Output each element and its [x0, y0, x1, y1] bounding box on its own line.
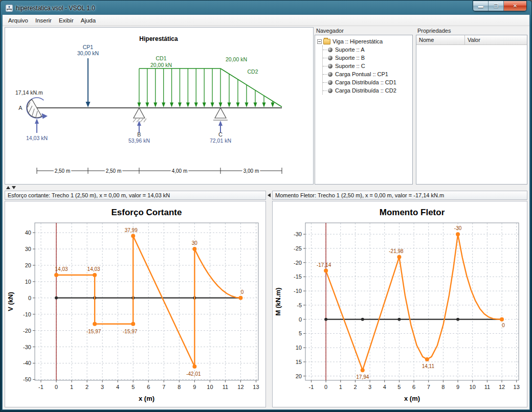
tree-item-label: Suporte :: B — [335, 55, 365, 61]
dist-load-arrowhead — [170, 103, 173, 108]
column-header-nome[interactable]: Nome — [416, 35, 465, 44]
folder-icon — [323, 39, 330, 44]
minimize-button[interactable]: ▬ — [473, 1, 489, 11]
vertical-splitter[interactable] — [266, 191, 272, 407]
y-tick-label: 30 — [25, 246, 31, 252]
x-tick-label: -1 — [309, 384, 314, 390]
splitter-up-icon[interactable] — [6, 186, 10, 189]
support-b[interactable] — [134, 108, 145, 118]
tree-item[interactable]: Suporte :: A — [323, 45, 411, 54]
tree-item-label: Suporte :: A — [335, 47, 364, 53]
beam-node-dot — [324, 318, 327, 321]
point-load-value: 30,00 kN — [77, 50, 99, 56]
horizontal-splitter[interactable] — [5, 185, 527, 191]
moment-chart-box: -1012345678910111213-30-25-20-15-10-5051… — [272, 201, 527, 407]
reaction-c-arrowhead — [218, 121, 223, 126]
column-header-valor[interactable]: Valor — [465, 35, 527, 44]
x-tick-label: 5 — [131, 384, 135, 390]
shear-chart: -1012345678910111213403020100-10-20-30-4… — [5, 201, 265, 406]
tree-connector — [323, 66, 327, 66]
dist-load-arrowhead — [145, 103, 149, 108]
element-icon — [328, 56, 332, 60]
moment-chart: -1012345678910111213-30-25-20-15-10-5051… — [273, 201, 527, 406]
close-button[interactable]: ✕ — [504, 1, 526, 11]
element-icon — [328, 88, 332, 93]
tree-connector — [323, 58, 327, 58]
tree-item-label: Carga Distribuída :: CD2 — [335, 87, 396, 94]
x-tick-label: 7 — [427, 384, 430, 390]
data-point — [500, 317, 504, 322]
titlebar[interactable]: hiperestatica.vsol - VSOL 1.0 ▬ ❐ ✕ — [2, 2, 530, 14]
data-point — [54, 273, 58, 277]
dist-load-arrowhead — [211, 103, 214, 108]
dist-load-2-value: 20,00 kN — [226, 56, 247, 62]
tree-connector — [323, 50, 327, 50]
x-axis-label: x (m) — [139, 395, 154, 402]
y-tick-label: 0 — [299, 316, 302, 323]
y-tick-label: -40 — [23, 360, 31, 366]
y-tick-label: -30 — [23, 344, 31, 350]
collapse-expander-icon[interactable] — [317, 39, 322, 44]
dist-load-1-value: 20,00 kN — [150, 62, 172, 68]
dist-load-1-arrows — [138, 68, 223, 107]
dist-load-arrowhead — [203, 103, 206, 108]
data-label: 37,99 — [125, 227, 138, 233]
y-tick-label: -25 — [294, 245, 302, 251]
x-tick-label: 6 — [412, 384, 415, 390]
data-label: 14,03 — [87, 266, 100, 272]
dist-load-arrowhead — [236, 103, 240, 108]
dist-load-2-name: CD2 — [247, 68, 258, 75]
x-tick-label: 2 — [85, 384, 88, 390]
maximize-button[interactable]: ❐ — [489, 1, 504, 11]
data-point — [238, 296, 242, 300]
tree-item[interactable]: Suporte :: C — [323, 62, 411, 70]
shear-panel: Esforço cortante: Trecho 1 (2,50 m), x =… — [5, 191, 266, 407]
data-point — [456, 232, 460, 236]
menu-inserir[interactable]: Inserir — [32, 16, 55, 25]
y-tick-label: -20 — [294, 260, 302, 266]
reaction-b-value: 53,96 kN — [128, 138, 150, 144]
app-window: hiperestatica.vsol - VSOL 1.0 ▬ ❐ ✕ Arqu… — [0, 0, 532, 412]
navigator-title: Navegador — [315, 27, 413, 35]
tree-item[interactable]: Suporte :: B — [323, 54, 411, 62]
node-c-label: C — [218, 131, 223, 138]
maximize-icon: ❐ — [494, 4, 498, 9]
y-axis-label: V (kN) — [7, 292, 14, 311]
data-point — [93, 322, 97, 326]
main-content: Hiperestática CP1 30,00 kN CD1 20,00 kN … — [3, 26, 529, 409]
element-icon — [328, 64, 332, 68]
beam-diagram-panel[interactable]: Hiperestática CP1 30,00 kN CD1 20,00 kN … — [5, 27, 314, 185]
element-icon — [328, 72, 332, 77]
data-label: -15,97 — [86, 329, 101, 334]
minimize-icon: ▬ — [478, 4, 483, 9]
y-tick-label: 40 — [25, 230, 31, 236]
data-point — [131, 234, 135, 238]
y-tick-label: -10 — [294, 288, 302, 294]
dimension-line: 2,50 m 2,50 m 4,00 m 3,00 m — [37, 168, 282, 174]
dist-load-arrowhead — [138, 103, 141, 108]
tree-root[interactable]: Viga :: Hiperestática — [317, 37, 411, 45]
splitter-down-icon[interactable] — [12, 186, 16, 189]
x-tick-label: 1 — [339, 384, 342, 390]
menu-ajuda[interactable]: Ajuda — [77, 16, 99, 25]
y-tick-label: -15 — [294, 273, 302, 280]
menu-arquivo[interactable]: Arquivo — [5, 16, 32, 25]
tree-item[interactable]: Carga Distribuída :: CD2 — [323, 86, 411, 95]
tree-item[interactable]: Carga Distribuída :: CD1 — [323, 78, 411, 86]
dist-load-arrowhead — [262, 103, 266, 108]
support-c[interactable] — [215, 108, 226, 118]
x-tick-label: 5 — [397, 384, 401, 390]
tree-item[interactable]: Carga Pontual :: CP1 — [323, 70, 411, 78]
menu-exibir[interactable]: Exibir — [55, 16, 77, 25]
splitter-left-icon[interactable] — [268, 193, 271, 197]
tree-connector — [323, 82, 327, 83]
properties-body — [416, 45, 527, 184]
y-tick-label: 0 — [28, 295, 31, 301]
shear-chart-box: -1012345678910111213403020100-10-20-30-4… — [5, 201, 266, 407]
dist-load-arrowhead — [228, 103, 231, 108]
x-tick-label: 2 — [353, 384, 357, 390]
y-tick-label: -20 — [23, 328, 31, 334]
top-row: Hiperestática CP1 30,00 kN CD1 20,00 kN … — [5, 27, 527, 185]
x-tick-label: 4 — [116, 384, 119, 390]
y-tick-label: 5 — [299, 330, 302, 336]
